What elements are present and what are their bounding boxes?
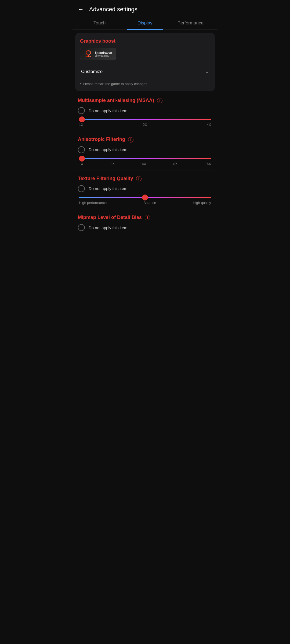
msaa-do-not-apply: Do not apply this item [89, 108, 127, 113]
snapdragon-icon [84, 50, 93, 58]
texture-title: Texture Filtering Quality i [78, 176, 212, 181]
mipmap-title: Mipmap Level of Detail Bias i [78, 215, 212, 220]
mipmap-section: Mipmap Level of Detail Bias i Do not app… [75, 209, 215, 240]
texture-slider-track [79, 197, 211, 198]
texture-do-not-apply: Do not apply this item [89, 186, 127, 191]
texture-section: Texture Filtering Quality i Do not apply… [75, 170, 215, 209]
anisotropic-slider[interactable]: 1X 2X 4X 8X 16X [78, 158, 212, 166]
graphics-boost-card: Graphics boost Snapdragon elite gaming C… [75, 33, 215, 91]
tab-performance[interactable]: Performance [168, 17, 213, 30]
anisotropic-label-4x: 4X [142, 162, 146, 166]
texture-label-balance: Balance [143, 201, 156, 205]
msaa-label-4x: 4X [207, 123, 211, 127]
texture-radio-button[interactable] [78, 185, 85, 192]
tab-display[interactable]: Display [122, 17, 168, 30]
anisotropic-label-16x: 16X [205, 162, 211, 166]
mipmap-do-not-apply: Do not apply this item [89, 225, 127, 230]
anisotropic-slider-track [79, 158, 211, 159]
restart-notice: Please restart the game to apply changes [80, 82, 210, 86]
anisotropic-do-not-apply: Do not apply this item [89, 147, 127, 152]
tab-touch[interactable]: Touch [77, 17, 122, 30]
mipmap-radio-row: Do not apply this item [78, 224, 212, 231]
msaa-info-icon[interactable]: i [157, 98, 162, 103]
customize-dropdown[interactable]: Customize ⌄ [80, 65, 210, 78]
texture-label-quality: High quality [193, 201, 211, 205]
msaa-title: Multisample anti-aliasing (MSAA) i [78, 98, 212, 103]
chevron-down-icon: ⌄ [205, 69, 209, 75]
snapdragon-logo-area: Snapdragon elite gaming [80, 48, 210, 60]
snapdragon-badge: Snapdragon elite gaming [80, 48, 116, 60]
texture-label-perf: High performance [79, 201, 107, 205]
msaa-label-2x: 2X [143, 123, 147, 127]
texture-slider-thumb[interactable] [142, 195, 148, 200]
msaa-radio-row: Do not apply this item [78, 107, 212, 114]
anisotropic-label-8x: 8X [173, 162, 178, 166]
anisotropic-radio-button[interactable] [78, 146, 85, 153]
texture-info-icon[interactable]: i [136, 176, 142, 181]
msaa-section: Multisample anti-aliasing (MSAA) i Do no… [75, 92, 215, 131]
anisotropic-track-bg [79, 158, 211, 159]
anisotropic-title: Anisotropic Filtering i [78, 137, 212, 142]
page-title: Advanced settings [89, 6, 137, 13]
anisotropic-label-1x: 1X [79, 162, 83, 166]
msaa-slider-labels: 1X 2X 4X [79, 123, 211, 127]
anisotropic-label-2x: 2X [110, 162, 115, 166]
msaa-radio-button[interactable] [78, 107, 85, 114]
back-button[interactable]: ← [77, 5, 85, 14]
texture-slider[interactable]: High performance Balance High quality [78, 197, 212, 205]
msaa-slider-track [79, 119, 211, 120]
anisotropic-slider-thumb[interactable] [79, 156, 85, 162]
anisotropic-radio-row: Do not apply this item [78, 146, 212, 153]
main-content: Graphics boost Snapdragon elite gaming C… [73, 30, 218, 243]
texture-slider-labels: High performance Balance High quality [79, 201, 211, 205]
graphics-boost-title: Graphics boost [80, 38, 210, 44]
msaa-slider-thumb[interactable] [79, 116, 85, 122]
msaa-label-1x: 1X [79, 123, 83, 127]
tab-bar: Touch Display Performance [73, 17, 218, 30]
customize-label: Customize [81, 69, 103, 74]
msaa-slider[interactable]: 1X 2X 4X [78, 119, 212, 127]
texture-radio-row: Do not apply this item [78, 185, 212, 192]
anisotropic-section: Anisotropic Filtering i Do not apply thi… [75, 131, 215, 170]
anisotropic-slider-labels: 1X 2X 4X 8X 16X [79, 162, 211, 166]
mipmap-info-icon[interactable]: i [145, 215, 150, 220]
anisotropic-info-icon[interactable]: i [128, 137, 133, 142]
msaa-track-bg [79, 119, 211, 120]
header: ← Advanced settings [73, 0, 218, 17]
logo-text: Snapdragon elite gaming [95, 51, 112, 57]
mipmap-radio-button[interactable] [78, 224, 85, 231]
